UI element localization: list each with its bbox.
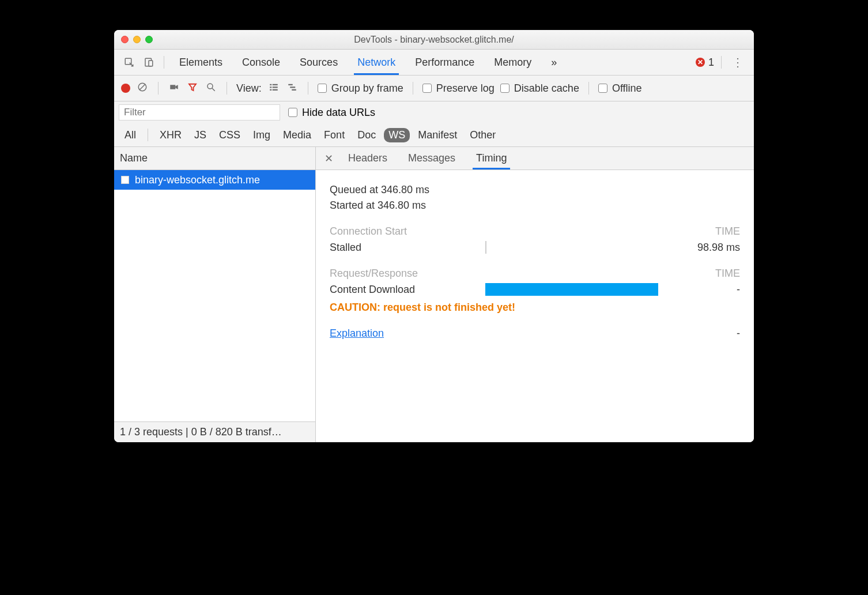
timing-detail: Queued at 346.80 ms Started at 346.80 ms… (316, 170, 754, 442)
stalled-value: 98.98 ms (486, 242, 740, 254)
explanation-value: - (737, 327, 740, 340)
error-count: 1 (708, 57, 714, 69)
filter-type-ws[interactable]: WS (384, 128, 410, 142)
inspect-element-icon[interactable] (121, 54, 137, 70)
filter-type-font[interactable]: Font (319, 128, 349, 142)
tab-memory[interactable]: Memory (486, 50, 539, 75)
separator (721, 56, 722, 69)
section-request: Request/Response TIME (330, 268, 740, 280)
minimize-window-button[interactable] (133, 36, 141, 43)
content-download-bar (485, 283, 658, 296)
request-name: binary-websocket.glitch.me (135, 174, 260, 186)
filter-type-js[interactable]: JS (190, 128, 211, 142)
close-icon[interactable]: ✕ (320, 152, 337, 165)
filter-type-other[interactable]: Other (465, 128, 500, 142)
panel-tabbar: Elements Console Sources Network Perform… (114, 50, 754, 76)
explanation-link[interactable]: Explanation (330, 327, 384, 340)
zoom-window-button[interactable] (145, 36, 153, 43)
svg-rect-12 (270, 89, 271, 90)
stalled-row: Stalled 98.98 ms (330, 241, 740, 254)
svg-line-7 (212, 88, 215, 91)
checkbox-icon (422, 84, 432, 93)
tab-sources[interactable]: Sources (292, 50, 346, 75)
section-label: Connection Start (330, 225, 407, 238)
svg-rect-14 (288, 84, 293, 85)
document-icon (121, 176, 129, 184)
filter-type-img[interactable]: Img (248, 128, 275, 142)
hide-data-urls-checkbox[interactable]: Hide data URLs (288, 107, 375, 119)
separator (308, 82, 308, 95)
group-by-frame-checkbox[interactable]: Group by frame (318, 82, 403, 95)
column-header-name[interactable]: Name (114, 147, 315, 170)
request-list-panel: Name binary-websocket.glitch.me 1 / 3 re… (114, 147, 316, 442)
preserve-log-checkbox[interactable]: Preserve log (422, 82, 495, 95)
tab-performance[interactable]: Performance (407, 50, 482, 75)
tab-network[interactable]: Network (349, 50, 403, 75)
separator (588, 82, 589, 95)
tab-console[interactable]: Console (234, 50, 288, 75)
svg-rect-8 (270, 84, 271, 85)
status-bar: 1 / 3 requests | 0 B / 820 B transf… (114, 421, 315, 442)
checkbox-icon (318, 84, 327, 93)
device-toolbar-icon[interactable] (141, 54, 157, 70)
error-badge[interactable]: ✕ 1 (696, 57, 714, 69)
request-detail-panel: ✕ Headers Messages Timing Queued at 346.… (316, 147, 754, 442)
content-download-value: - (658, 284, 740, 296)
time-header: TIME (715, 268, 740, 280)
separator (413, 82, 413, 95)
filter-input[interactable] (119, 104, 280, 120)
waterfall-icon[interactable] (286, 82, 299, 95)
svg-rect-5 (170, 85, 175, 89)
devtools-window: DevTools - binary-websocket.glitch.me/ E… (114, 30, 754, 442)
filter-type-all[interactable]: All (120, 128, 141, 142)
checkbox-label: Disable cache (514, 82, 579, 95)
separator (227, 82, 227, 95)
svg-rect-15 (290, 86, 295, 88)
filter-type-xhr[interactable]: XHR (155, 128, 186, 142)
view-label: View: (236, 82, 262, 95)
started-line: Started at 346.80 ms (330, 199, 740, 212)
tab-elements[interactable]: Elements (171, 50, 231, 75)
request-list: binary-websocket.glitch.me (114, 170, 315, 421)
filter-bar: Hide data URLs All XHR JS CSS Img Media … (114, 101, 754, 147)
large-rows-icon[interactable] (267, 82, 280, 95)
checkbox-label: Offline (612, 82, 642, 95)
checkbox-icon (288, 108, 297, 117)
filter-type-media[interactable]: Media (278, 128, 316, 142)
traffic-lights (121, 36, 153, 43)
time-header: TIME (715, 225, 740, 238)
subtab-headers[interactable]: Headers (339, 147, 397, 170)
content-download-label: Content Download (330, 284, 485, 296)
filter-type-row: All XHR JS CSS Img Media Font Doc WS Man… (114, 123, 754, 146)
explanation-row: Explanation - (330, 327, 740, 340)
tabs-overflow-button[interactable]: » (543, 50, 565, 75)
checkbox-label: Preserve log (436, 82, 495, 95)
subtab-timing[interactable]: Timing (467, 147, 516, 170)
svg-line-4 (139, 84, 146, 90)
search-icon[interactable] (205, 82, 217, 95)
checkbox-icon (500, 84, 510, 93)
record-button[interactable] (121, 84, 130, 93)
section-label: Request/Response (330, 268, 418, 280)
filter-type-doc[interactable]: Doc (353, 128, 380, 142)
offline-checkbox[interactable]: Offline (598, 82, 642, 95)
request-row[interactable]: binary-websocket.glitch.me (114, 170, 315, 190)
caution-message: CAUTION: request is not finished yet! (330, 302, 740, 314)
checkbox-icon (598, 84, 607, 93)
error-icon: ✕ (696, 58, 705, 67)
settings-menu-icon[interactable]: ⋮ (729, 55, 747, 69)
checkbox-label: Group by frame (331, 82, 403, 95)
stalled-label: Stalled (330, 242, 485, 254)
svg-rect-16 (292, 89, 296, 90)
filter-icon[interactable] (186, 82, 199, 95)
disable-cache-checkbox[interactable]: Disable cache (500, 82, 579, 95)
svg-rect-13 (272, 89, 277, 90)
queued-line: Queued at 346.80 ms (330, 184, 740, 196)
filter-type-css[interactable]: CSS (214, 128, 245, 142)
camera-icon[interactable] (168, 82, 180, 95)
subtab-messages[interactable]: Messages (399, 147, 465, 170)
clear-icon[interactable] (136, 82, 149, 95)
close-window-button[interactable] (121, 36, 129, 43)
svg-rect-2 (149, 61, 153, 66)
filter-type-manifest[interactable]: Manifest (413, 128, 462, 142)
